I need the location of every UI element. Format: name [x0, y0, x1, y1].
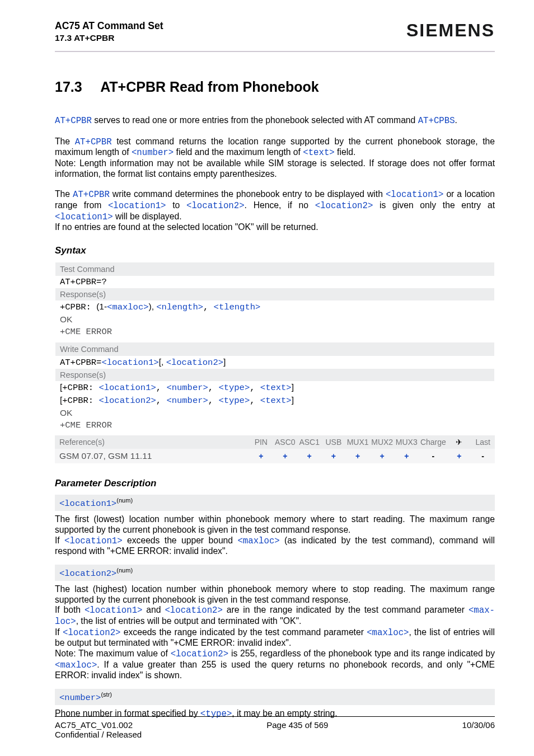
intro-p3d: to [166, 200, 187, 210]
page-header: AC75 AT Command Set 17.3 AT+CPBR SIEMENS [55, 20, 495, 43]
loc1-p1: The first (lowest) location number withi… [55, 514, 495, 535]
doc-title: AC75 AT Command Set [55, 20, 163, 32]
test-response-ok: OK [55, 313, 494, 326]
loc1-p2a: If [55, 536, 64, 545]
kw-text-wr1[interactable]: <text> [260, 383, 292, 393]
tr-comma1: , [203, 302, 214, 312]
kw-location2[interactable]: <location2> [186, 201, 245, 211]
test-command-block: Test Command AT+CPBR=? Response(s) +CPBR… [55, 262, 495, 339]
kw-type-wr1[interactable]: <type> [218, 383, 250, 393]
kw-maxloc-pd3[interactable]: <maxloc> [367, 628, 409, 638]
kw-location2-wc[interactable]: <location2> [166, 358, 223, 368]
kw-atcpbs[interactable]: AT+CPBS [418, 116, 455, 126]
write-response-line1: [+CPBR: <location1>, <number>, <type>, <… [55, 381, 494, 394]
intro-p3a: The [55, 189, 73, 199]
ref-value: GSM 07.07, GSM 11.11 [55, 449, 249, 463]
label-write-command: Write Command [55, 342, 494, 356]
intro-p2-note: Note: Length information may not be avai… [55, 158, 495, 179]
kw-location2-pd2[interactable]: <location2> [165, 605, 223, 616]
param-location1-name[interactable]: <location1> [59, 499, 116, 509]
wc-prefix: AT+CPBR= [60, 358, 101, 368]
intro-p2c: field and the maximum length of [174, 147, 303, 157]
kw-location2-note[interactable]: <location2> [171, 649, 229, 659]
header-left: AC75 AT Command Set 17.3 AT+CPBR [55, 20, 163, 43]
val-asc1: + [297, 449, 321, 463]
write-response-line2: [+CPBR: <location2>, <number>, <type>, <… [55, 394, 494, 407]
test-response-cme: +CME ERROR [55, 326, 494, 338]
kw-nlength[interactable]: <nlength> [156, 302, 203, 312]
kw-number[interactable]: <number> [132, 148, 174, 158]
kw-location1[interactable]: <location1> [386, 190, 444, 200]
col-last: Last [471, 435, 495, 449]
kw-number-wr1[interactable]: <number> [166, 383, 208, 393]
tr-prefix: +CPBR: [60, 302, 96, 312]
intro-p3e: . Hence, if no [245, 200, 315, 210]
kw-text[interactable]: <text> [303, 148, 334, 158]
param-location2-desc: The last (highest) location number withi… [55, 584, 495, 681]
kw-location1-pd2[interactable]: <location1> [85, 605, 143, 616]
loc2-p2c: are in the range indicated by the test c… [223, 605, 469, 614]
test-command-code: AT+CPBR=? [55, 276, 494, 288]
footer-left: AC75_ATC_V01.002 [55, 720, 133, 730]
intro-p3b: write command determines the phonebook e… [110, 189, 386, 199]
wr1-mid: +CPBR: [62, 383, 99, 393]
wr2-close: ] [292, 395, 294, 405]
kw-atcpbr-3[interactable]: AT+CPBR [73, 190, 110, 200]
intro-p2d: field. [335, 147, 356, 157]
kw-location1-wr[interactable]: <location1> [99, 383, 156, 393]
wr1-c3: , [250, 383, 260, 393]
loc2-p2a: If both [55, 605, 85, 614]
section-number: 17.3 [55, 79, 82, 95]
wr2-c1: , [156, 396, 167, 406]
loc2-p1: The last (highest) location number withi… [55, 584, 495, 605]
kw-atcpbr[interactable]: AT+CPBR [55, 116, 92, 126]
brand-logo: SIEMENS [406, 20, 495, 41]
loc2-p3b: exceeds the range indicated by the test … [121, 627, 367, 637]
param-location1-sup: (num) [116, 497, 133, 504]
wr2-c2: , [208, 396, 219, 406]
intro-p3-last: If no entries are found at the selected … [55, 222, 495, 233]
footer-rule [55, 716, 495, 717]
kw-maxloc-note[interactable]: <maxloc> [55, 660, 97, 670]
kw-location1-pd[interactable]: <location1> [64, 536, 123, 546]
kw-maxloc-pd[interactable]: <maxloc> [237, 536, 279, 546]
kw-number-wr2[interactable]: <number> [166, 396, 208, 406]
kw-atcpbr-2[interactable]: AT+CPBR [75, 137, 112, 147]
page-footer: AC75_ATC_V01.002 Page 435 of 569 10/30/0… [55, 716, 495, 739]
loc2-p2d: , the list of entries will be output and… [76, 616, 302, 626]
kw-location1-wc[interactable]: <location1> [101, 358, 158, 368]
col-charge: Charge [419, 435, 448, 449]
kw-location2-b[interactable]: <location2> [315, 201, 373, 211]
wr1-c1: , [156, 383, 167, 393]
tr-close: ), [149, 302, 157, 311]
tr-open: (1- [96, 302, 107, 311]
param-number-name[interactable]: <number> [59, 693, 101, 703]
header-rule [55, 51, 495, 52]
param-location1-desc: The first (lowest) location number withi… [55, 514, 495, 557]
kw-location2-wr[interactable]: <location2> [99, 396, 156, 406]
label-responses-2: Response(s) [55, 369, 494, 381]
parameter-description-heading: Parameter Description [55, 478, 495, 489]
wc-close: ] [223, 357, 226, 367]
intro-p2a: The [55, 137, 75, 146]
col-usb: USB [321, 435, 345, 449]
param-location2-name[interactable]: <location2> [59, 569, 116, 579]
val-mux1: + [345, 449, 370, 463]
param-number-sup: (str) [101, 691, 112, 698]
loc2-note-c: . If a value greater than 255 is used th… [55, 660, 495, 680]
kw-location1-c[interactable]: <location1> [55, 212, 113, 222]
kw-location2-pd3[interactable]: <location2> [63, 628, 121, 638]
kw-tlength[interactable]: <tlength> [214, 302, 261, 312]
label-responses-1: Response(s) [55, 288, 494, 300]
footer-left2: Confidential / Released [55, 730, 495, 739]
section-heading: 17.3 AT+CPBR Read from Phonebook [55, 79, 495, 95]
intro-p1a: serves to read one or more entries from … [92, 115, 418, 125]
kw-type-wr2[interactable]: <type> [218, 396, 250, 406]
kw-maxloc[interactable]: <maxloc> [107, 302, 148, 312]
val-charge: - [419, 449, 448, 463]
param-location1-bar: <location1>(num) [55, 495, 495, 511]
val-usb: + [321, 449, 345, 463]
kw-location1-b[interactable]: <location1> [108, 201, 166, 211]
kw-text-wr2[interactable]: <text> [260, 396, 292, 406]
val-air: + [448, 449, 471, 463]
